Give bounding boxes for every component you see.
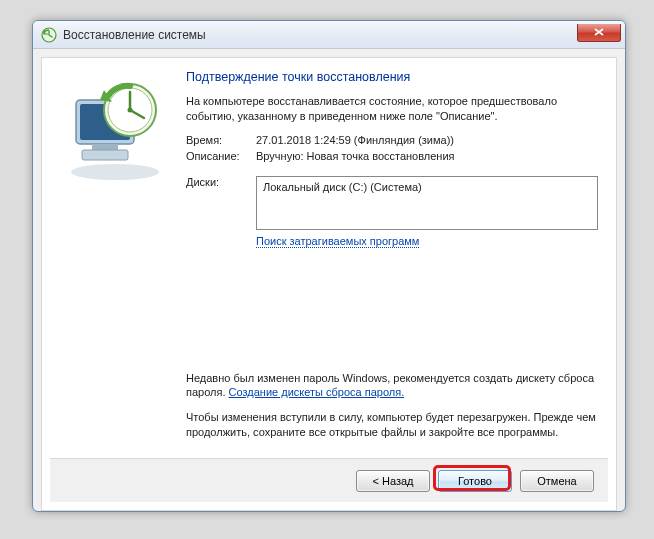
wizard-content: Подтверждение точки восстановления На ко…: [41, 57, 617, 511]
dialog-window: Восстановление системы: [32, 20, 626, 512]
svg-rect-5: [82, 150, 128, 160]
time-value: 27.01.2018 1:24:59 (Финляндия (зима)): [256, 134, 598, 146]
svg-rect-4: [92, 144, 118, 150]
page-heading: Подтверждение точки восстановления: [186, 70, 598, 84]
finish-button[interactable]: Готово: [438, 470, 512, 492]
bottom-notes: Недавно был изменен пароль Windows, реко…: [186, 371, 598, 450]
close-button[interactable]: [577, 24, 621, 42]
password-note: Недавно был изменен пароль Windows, реко…: [186, 371, 598, 401]
svg-point-1: [71, 164, 159, 180]
restore-icon: [41, 27, 57, 43]
wizard-illustration: [60, 70, 180, 450]
back-button[interactable]: < Назад: [356, 470, 430, 492]
password-reset-link[interactable]: Создание дискеты сброса пароля.: [229, 386, 405, 398]
titlebar[interactable]: Восстановление системы: [33, 21, 625, 49]
disks-label: Диски:: [186, 176, 256, 230]
disks-list: Локальный диск (C:) (Система): [256, 176, 598, 230]
description-row: Описание: Вручную: Новая точка восстанов…: [186, 150, 598, 162]
page-description: На компьютере восстанавливается состояни…: [186, 94, 598, 124]
cancel-button[interactable]: Отмена: [520, 470, 594, 492]
wizard-info: Подтверждение точки восстановления На ко…: [180, 70, 598, 450]
affected-programs-row: Поиск затрагиваемых программ: [256, 234, 598, 248]
wizard-main: Подтверждение точки восстановления На ко…: [42, 58, 616, 458]
svg-point-10: [128, 108, 133, 113]
close-icon: [594, 28, 604, 36]
description-value: Вручную: Новая точка восстановления: [256, 150, 598, 162]
disks-row: Диски: Локальный диск (C:) (Система): [186, 176, 598, 230]
window-title: Восстановление системы: [63, 28, 577, 42]
restart-note: Чтобы изменения вступили в силу, компьют…: [186, 410, 598, 440]
time-label: Время:: [186, 134, 256, 146]
button-bar: < Назад Готово Отмена: [50, 458, 608, 502]
description-label: Описание:: [186, 150, 256, 162]
affected-programs-link[interactable]: Поиск затрагиваемых программ: [256, 235, 419, 248]
time-row: Время: 27.01.2018 1:24:59 (Финляндия (зи…: [186, 134, 598, 146]
disk-item: Локальный диск (C:) (Система): [263, 181, 591, 193]
